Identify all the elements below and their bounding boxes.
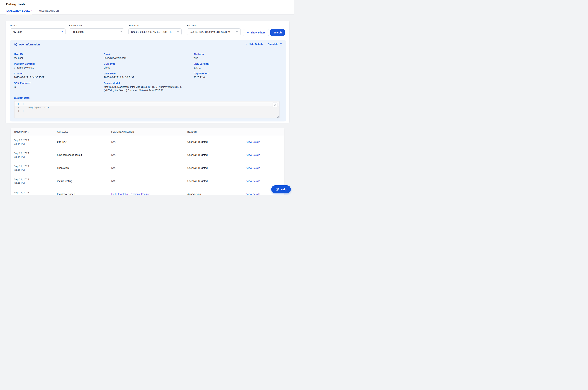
tab-web-debugger[interactable]: WEB DEBUGGER (39, 8, 59, 14)
field-app-version: App Version: 2025.22.0 (194, 72, 283, 79)
variable-cell: metric-testing (57, 180, 72, 183)
evaluation-lookup-card: User ID Environment Production Start Dat… (5, 21, 290, 123)
environment-select[interactable]: Production (69, 28, 124, 35)
end-date-value: Sep 23, 2025 11:59 PM EDT (GMT-4) (190, 31, 236, 33)
code-line-2: 2 "employee": true (14, 106, 279, 109)
field-user-id: User ID: my-user (14, 53, 104, 60)
table-header-row: TIMESTAMP ↓ VARIABLE FEATURE/VARIATION R… (10, 128, 284, 136)
start-date-label: Start Date (129, 24, 182, 27)
user-circle-icon (14, 43, 17, 46)
reason-cell: User Not Targeted (187, 153, 208, 156)
field-last-seen: Last Seen: 2025-09-22T19:44:36.749Z (104, 72, 194, 79)
feature-cell: N/A (111, 153, 115, 156)
tab-evaluation-lookup[interactable]: EVALUATION LOOKUP (6, 8, 32, 14)
tab-bar: EVALUATION LOOKUP WEB DEBUGGER (6, 8, 59, 14)
help-button[interactable]: Help (271, 185, 291, 193)
field-platform-version: Platform Version: Chrome 140.0.0.0 (14, 62, 104, 69)
search-label: Search (273, 31, 282, 34)
reason-cell: User Not Targeted (187, 180, 208, 183)
feature-link[interactable]: Hello Togglebot - Example Feature (111, 193, 150, 195)
copy-icon (274, 103, 276, 106)
start-date-picker[interactable]: Sep 21, 2025 12:00 AM EDT (GMT-4) (129, 28, 182, 35)
table-row: Sep 22, 2025 togglebot-speed Hello Toggl… (10, 188, 284, 195)
table-row: Sep 22, 202503:44 PM exp-1234 N/A User N… (10, 136, 284, 149)
evaluations-table: TIMESTAMP ↓ VARIABLE FEATURE/VARIATION R… (10, 128, 284, 195)
chevron-down-icon (245, 43, 247, 46)
search-button[interactable]: Search (270, 29, 285, 36)
custom-data-label: Custom Data: (14, 97, 30, 99)
calendar-icon (236, 30, 238, 33)
end-date-label: End Date (187, 24, 241, 27)
field-sdk-type: SDK Type: client (104, 62, 194, 69)
simulate-button[interactable]: Simulate (268, 43, 282, 46)
sort-descending-icon: ↓ (28, 131, 29, 133)
user-id-input[interactable] (13, 30, 60, 33)
question-circle-icon (276, 188, 279, 191)
feature-cell: N/A (111, 180, 115, 183)
start-date-value: Sep 21, 2025 12:00 AM EDT (GMT-4) (131, 31, 176, 33)
column-header-variable: VARIABLE (57, 128, 68, 136)
filter-funnel-icon (246, 31, 249, 34)
show-filters-button[interactable]: Show Filters (243, 29, 269, 36)
user-info-column-3: Platform: web SDK Version: 1.47.1 App Ve… (194, 53, 283, 95)
variable-cell: orientation (57, 167, 69, 169)
user-id-label: User ID (10, 24, 65, 27)
field-email: Email: user@devcycle.com (104, 53, 194, 60)
copy-button[interactable] (273, 102, 277, 107)
variable-cell: new-homepage-layout (57, 153, 82, 156)
view-details-link[interactable]: View Details (246, 180, 260, 183)
code-line-3: 3 } (14, 109, 279, 113)
table-row: Sep 22, 202503:44 PM metric-testing N/A … (10, 175, 284, 188)
field-sdk-platform: SDK Platform: js (14, 82, 104, 89)
external-link-icon (280, 43, 282, 46)
top-header: Debug Tools EVALUATION LOOKUP WEB DEBUGG… (0, 0, 294, 14)
help-label: Help (281, 188, 287, 191)
reason-cell: App Version (187, 193, 201, 195)
user-information-panel: User Information Hide Details Simulate U… (10, 40, 286, 121)
view-details-link[interactable]: View Details (246, 141, 260, 143)
variable-cell: exp-1234 (57, 141, 67, 143)
reason-cell: User Not Targeted (187, 167, 208, 169)
feature-cell: N/A (111, 141, 115, 143)
view-details-link[interactable]: View Details (246, 193, 260, 195)
column-header-feature-variation: FEATURE/VARIATION (111, 128, 134, 136)
table-row: Sep 22, 202503:44 PM orientation N/A Use… (10, 162, 284, 175)
view-details-link[interactable]: View Details (246, 153, 260, 156)
custom-data-editor[interactable]: 1 { 2 "employee": true 3 } (14, 101, 280, 118)
user-info-column-1: User ID: my-user Platform Version: Chrom… (14, 53, 104, 95)
column-header-reason: REASON (187, 128, 197, 136)
reason-cell: User Not Targeted (187, 141, 208, 143)
field-device-model: Device Model: Mozilla/5.0 (Macintosh; In… (104, 82, 194, 92)
resize-handle[interactable] (277, 116, 279, 118)
column-header-timestamp[interactable]: TIMESTAMP ↓ (14, 128, 29, 136)
user-information-header: User Information (14, 43, 40, 46)
field-created: Created: 2025-09-22T19:44:36.752Z (14, 72, 104, 79)
calendar-icon (176, 30, 179, 33)
code-line-1: 1 { (14, 102, 279, 106)
hide-details-button[interactable]: Hide Details (245, 43, 263, 46)
environment-label: Environment (69, 24, 124, 27)
show-filters-label: Show Filters (251, 31, 266, 34)
user-id-field-wrap (10, 28, 65, 35)
end-date-picker[interactable]: Sep 23, 2025 11:59 PM EDT (GMT-4) (187, 28, 241, 35)
view-details-link[interactable]: View Details (246, 167, 260, 169)
variable-cell: togglebot-speed (57, 193, 75, 195)
user-info-column-2: Email: user@devcycle.com SDK Type: clien… (104, 53, 194, 95)
page-title: Debug Tools (6, 2, 26, 6)
user-information-title: User Information (19, 43, 40, 46)
field-platform: Platform: web (194, 53, 283, 60)
environment-value: Production (72, 30, 120, 33)
chevron-down-icon (120, 31, 122, 33)
table-row: Sep 22, 202503:44 PM new-homepage-layout… (10, 149, 284, 162)
feature-cell: N/A (111, 167, 115, 169)
add-user-icon[interactable] (60, 30, 63, 34)
field-sdk-version: SDK Version: 1.47.1 (194, 62, 283, 69)
